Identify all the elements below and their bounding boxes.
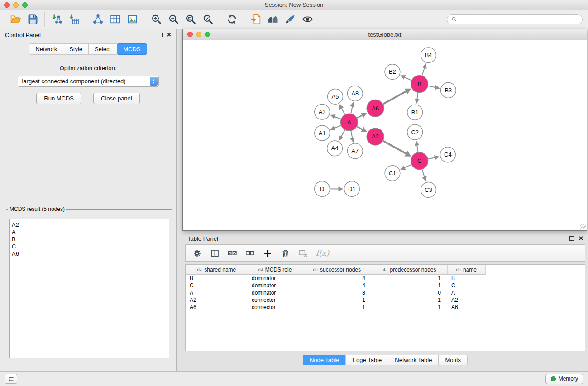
node-C2[interactable]: C2 (407, 124, 423, 140)
node-A8[interactable]: A8 (347, 86, 363, 101)
table-cell[interactable]: A6 (447, 304, 485, 311)
tab-mcds[interactable]: MCDS (117, 43, 147, 55)
optimization-criterion-select[interactable]: largest connected component (directed) (18, 76, 159, 87)
table-button[interactable] (107, 12, 123, 27)
node-C4[interactable]: C4 (440, 147, 455, 162)
node-A7[interactable]: A7 (347, 143, 363, 159)
node-A2[interactable]: A2 (367, 128, 384, 145)
search-input[interactable] (459, 16, 578, 23)
node-D[interactable]: D (315, 181, 330, 197)
table-cell[interactable]: 1 (372, 282, 447, 289)
column-header-shared-name[interactable]: shared name (186, 265, 248, 275)
table-cell[interactable]: dominator (248, 289, 302, 296)
table-row[interactable]: Cdominator41C (186, 282, 485, 289)
edge-A-A5[interactable] (339, 104, 345, 114)
import-network-file-button[interactable] (49, 12, 64, 27)
zoom-window-button[interactable] (22, 2, 28, 8)
edge-B-B4[interactable] (422, 63, 427, 76)
refresh-button[interactable] (224, 12, 239, 27)
table-cell[interactable]: dominator (248, 282, 302, 289)
mcds-result-item[interactable]: A6 (12, 250, 167, 257)
edge-A-A2[interactable] (357, 127, 367, 132)
close-panel-icon[interactable]: × (167, 31, 171, 38)
network-graph[interactable]: B4B2BB3A8A5A6A3B1AC2A1A2A4A7C4CC1DD1C3 (183, 40, 587, 230)
node-C1[interactable]: C1 (385, 166, 400, 181)
edge-A-A8[interactable] (350, 102, 354, 114)
node-A3[interactable]: A3 (315, 104, 330, 119)
table-cell[interactable]: A (186, 289, 248, 296)
zoom-in-button[interactable] (148, 12, 164, 27)
edge-A-A1[interactable] (330, 126, 341, 130)
table-row[interactable]: A2connector11A2 (186, 296, 485, 304)
node-B1[interactable]: B1 (407, 105, 423, 120)
search-box[interactable] (447, 14, 583, 24)
table-cell[interactable]: B (447, 275, 485, 282)
edge-C-C4[interactable] (428, 155, 440, 160)
zoom-out-button[interactable] (166, 12, 181, 27)
table-cell[interactable]: B (186, 275, 248, 282)
close-panel-button[interactable]: Close panel (93, 93, 140, 104)
delete-table-button[interactable] (296, 246, 310, 260)
column-header-MCDS-role[interactable]: MCDS role (248, 265, 302, 275)
deselect-all-columns-button[interactable] (243, 246, 257, 260)
column-layout-button[interactable] (208, 246, 221, 260)
table-cell[interactable]: 1 (372, 275, 447, 282)
import-table-file-button[interactable] (66, 12, 81, 27)
column-header-predecessor-nodes[interactable]: predecessor nodes (372, 265, 447, 275)
table-cell[interactable]: C (186, 282, 248, 289)
node-A4[interactable]: A4 (327, 141, 343, 156)
open-file-button[interactable] (8, 12, 23, 27)
edge-C-C2[interactable] (415, 141, 419, 152)
show-panels-button[interactable] (5, 374, 17, 384)
edge-B-B1[interactable] (415, 93, 419, 104)
edge-A2-C[interactable] (383, 141, 411, 157)
zoom-fit-button[interactable] (183, 12, 198, 27)
edge-C-C3[interactable] (422, 170, 427, 182)
minimize-window-button[interactable] (13, 2, 19, 8)
table-cell[interactable]: 1 (372, 296, 447, 304)
tab-network[interactable]: Network (29, 43, 63, 55)
mcds-result-item[interactable]: A2 (12, 221, 167, 229)
node-B4[interactable]: B4 (421, 48, 436, 63)
node-D1[interactable]: D1 (344, 181, 359, 197)
eye-button[interactable] (300, 12, 315, 27)
zoom-selected-button[interactable] (200, 12, 215, 27)
image-button[interactable] (124, 12, 140, 27)
mcds-result-item[interactable]: A (12, 229, 167, 236)
node-C3[interactable]: C3 (421, 182, 436, 198)
edge-A-A7[interactable] (350, 131, 354, 143)
column-header-name[interactable]: name (447, 265, 485, 275)
table-cell[interactable]: 1 (372, 304, 447, 311)
table-cell[interactable]: connector (248, 296, 302, 304)
tab-select[interactable]: Select (88, 43, 117, 55)
table-cell[interactable]: 0 (372, 289, 447, 296)
edge-D-D1[interactable] (330, 186, 344, 191)
network-overview-button[interactable] (265, 12, 281, 27)
edge-B-B2[interactable] (400, 75, 411, 80)
memory-button[interactable]: Memory (545, 374, 583, 384)
close-window-button[interactable] (4, 2, 10, 8)
tab-edge-table[interactable]: Edge Table (345, 355, 388, 365)
node-A1[interactable]: A1 (315, 125, 330, 141)
mcds-result-item[interactable]: B (12, 236, 167, 243)
network-button[interactable] (90, 12, 105, 27)
node-C[interactable]: C (411, 152, 428, 170)
edge-A-A4[interactable] (339, 130, 345, 141)
add-column-button[interactable] (261, 246, 274, 260)
float-table-panel-icon[interactable] (569, 236, 574, 241)
minimize-view-button[interactable] (196, 32, 201, 37)
apply-style-button[interactable] (282, 12, 298, 27)
resize-grip-icon[interactable] (580, 224, 586, 229)
node-A5[interactable]: A5 (328, 89, 343, 104)
function-builder-icon[interactable]: f(x) (314, 248, 331, 257)
mcds-result-item[interactable]: C (12, 243, 167, 250)
table-cell[interactable]: A (447, 289, 485, 296)
node-A[interactable]: A (340, 114, 358, 131)
tab-motifs[interactable]: Motifs (438, 355, 468, 365)
node-B2[interactable]: B2 (385, 64, 400, 80)
table-cell[interactable]: 1 (302, 304, 372, 311)
edge-A-A3[interactable] (330, 114, 340, 119)
table-cell[interactable]: dominator (248, 275, 302, 282)
edge-A6-B[interactable] (383, 89, 411, 104)
edge-B-B3[interactable] (428, 85, 440, 90)
